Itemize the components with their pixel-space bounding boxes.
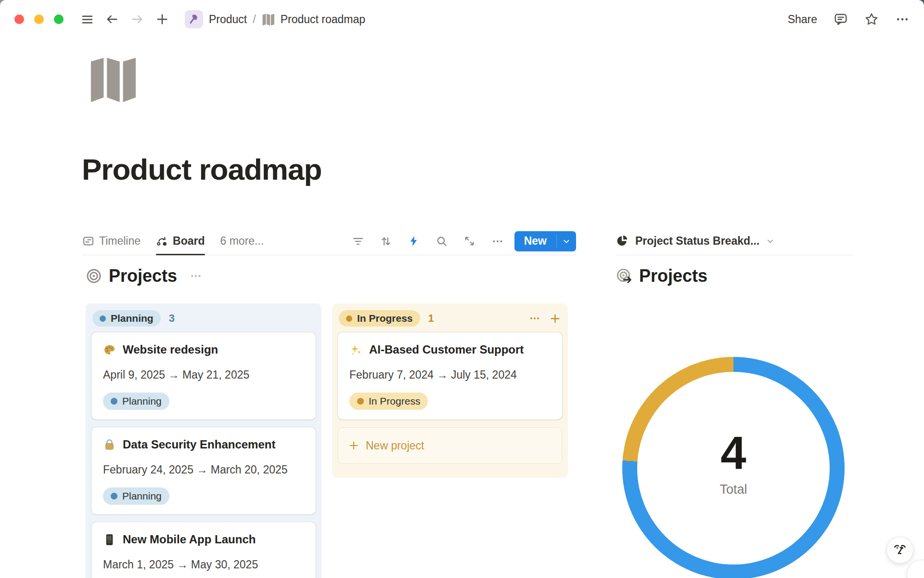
page-title[interactable]: Product roadmap [82, 152, 321, 186]
card-dates: March 1, 2025 → May 30, 2025 [103, 558, 304, 571]
map-icon [262, 13, 275, 26]
column-in-progress: In Progress 1 AI-Based Cus [332, 303, 568, 478]
card-dates: April 9, 2025 → May 21, 2025 [103, 368, 304, 381]
board-view-icon [156, 235, 168, 247]
forward-arrow-icon[interactable] [130, 12, 144, 26]
traffic-lights [14, 14, 64, 24]
more-icon[interactable] [895, 12, 910, 26]
zoom-window-button[interactable] [54, 14, 64, 24]
new-page-plus-icon[interactable] [155, 12, 169, 26]
titlebar: Product / Product roadmap Share [0, 0, 924, 39]
card-website-redesign[interactable]: Website redesign April 9, 2025 → May 21,… [91, 332, 316, 420]
tab-more[interactable]: 6 more... [220, 227, 264, 255]
expand-icon[interactable] [463, 235, 476, 248]
mobile-phone-icon [103, 533, 116, 546]
plus-icon[interactable] [549, 313, 561, 325]
app-window: Product / Product roadmap Share Product … [0, 0, 924, 578]
star-icon[interactable] [864, 12, 879, 26]
minimize-window-button[interactable] [34, 14, 44, 24]
menu-icon[interactable] [80, 12, 94, 26]
breadcrumb: Product / Product roadmap [185, 10, 365, 28]
chevron-down-icon[interactable] [766, 236, 775, 246]
new-button-label[interactable]: New [514, 231, 556, 251]
donut-center: 4 Total [622, 352, 845, 575]
share-button[interactable]: Share [788, 13, 817, 26]
new-project-button[interactable]: New project [338, 427, 562, 464]
timeline-view-icon [82, 235, 94, 247]
chart-tab-row: Project Status Breakd... [616, 227, 853, 255]
sparkles-icon [349, 343, 362, 356]
pie-chart-icon [616, 235, 629, 248]
search-icon[interactable] [436, 235, 448, 248]
column-count: 3 [169, 312, 175, 325]
column-header[interactable]: In Progress 1 [338, 309, 562, 332]
board-heading-title[interactable]: Projects [109, 266, 177, 286]
status-dot [357, 398, 364, 405]
card-title: New Mobile App Launch [123, 533, 256, 546]
status-dot [100, 315, 106, 322]
comments-icon[interactable] [834, 12, 848, 26]
donut-total-value: 4 [720, 430, 746, 476]
chart-tab-label[interactable]: Project Status Breakd... [635, 235, 759, 248]
plus-icon [348, 440, 359, 451]
titlebar-actions: Share [788, 12, 910, 26]
column-planning: Planning 3 Website redesign April 9, 202… [86, 303, 321, 578]
status-dot [111, 493, 117, 499]
status-badge-in-progress[interactable]: In Progress [339, 310, 420, 327]
card-status-tag: Planning [103, 487, 169, 505]
card-dates: February 7, 2024 → July 15, 2024 [349, 368, 551, 381]
palette-icon [103, 343, 116, 356]
filter-icon[interactable] [352, 235, 364, 248]
automation-bolt-icon[interactable] [408, 235, 420, 248]
card-mobile-app-launch[interactable]: New Mobile App Launch March 1, 2025 → Ma… [91, 522, 316, 578]
card-data-security[interactable]: Data Security Enhancement February 24, 2… [91, 427, 316, 514]
chevron-down-icon[interactable] [557, 231, 576, 251]
sort-icon[interactable] [380, 235, 392, 248]
hammer-icon[interactable] [185, 10, 203, 28]
breadcrumb-page[interactable]: Product roadmap [281, 13, 365, 26]
view-tabs-row: Timeline Board 6 more... [82, 227, 576, 255]
chart-heading: Projects [616, 266, 707, 286]
status-dot [346, 315, 352, 322]
card-ai-customer-support[interactable]: AI-Based Customer Support February 7, 20… [338, 332, 562, 420]
status-badge-planning[interactable]: Planning [92, 310, 161, 327]
close-window-button[interactable] [14, 14, 24, 24]
target-arrow-icon [616, 268, 632, 284]
lock-icon [103, 438, 116, 451]
notion-ai-button[interactable] [886, 537, 913, 564]
target-icon [86, 268, 102, 284]
card-title: AI-Based Customer Support [369, 343, 524, 356]
back-arrow-icon[interactable] [105, 12, 119, 26]
card-dates: February 24, 2025 → March 20, 2025 [103, 463, 304, 476]
more-icon[interactable] [491, 235, 504, 248]
breadcrumb-separator: / [253, 13, 256, 26]
card-title: Data Security Enhancement [123, 438, 275, 451]
tab-board[interactable]: Board [156, 227, 205, 255]
project-status-donut-chart[interactable]: 4 Total [622, 357, 845, 578]
donut-total-label: Total [719, 482, 747, 497]
chart-heading-title[interactable]: Projects [639, 266, 707, 286]
view-toolbar [352, 235, 504, 248]
page-icon-map[interactable] [86, 56, 140, 103]
board-heading: Projects [86, 266, 202, 286]
board-columns: Planning 3 Website redesign April 9, 202… [86, 303, 568, 578]
breadcrumb-root[interactable]: Product [209, 13, 247, 26]
card-status-tag: In Progress [349, 393, 428, 410]
new-button[interactable]: New [514, 231, 576, 251]
notion-ai-face-icon [892, 542, 908, 558]
card-status-tag: Planning [103, 393, 169, 410]
tab-timeline[interactable]: Timeline [82, 227, 141, 255]
card-title: Website redesign [123, 343, 218, 356]
status-dot [111, 398, 117, 405]
more-icon[interactable] [190, 270, 202, 282]
column-count: 1 [428, 312, 434, 325]
corner-button-partial[interactable] [907, 560, 924, 578]
column-header[interactable]: Planning 3 [91, 309, 316, 332]
more-icon[interactable] [529, 313, 540, 324]
